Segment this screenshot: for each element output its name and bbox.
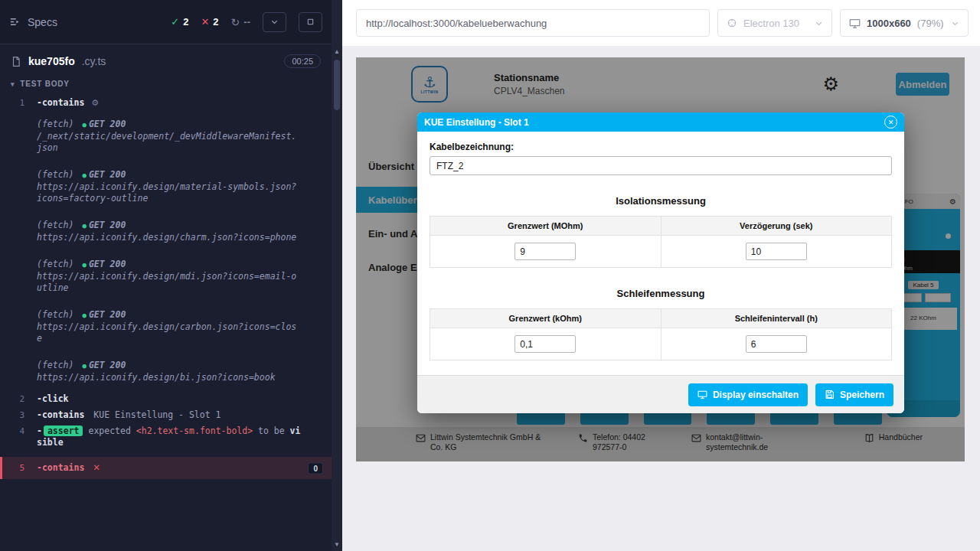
spec-extension: .cy.ts: [82, 55, 106, 67]
count-badge: 0: [308, 462, 323, 474]
browser-label: Electron 130: [743, 18, 799, 29]
cross-icon: ✕: [201, 16, 209, 28]
runner-main-pane: Electron 130 1000x660 (79%) ⚓ LITTWIN: [342, 0, 980, 551]
scrollbar-thumb[interactable]: [334, 60, 340, 110]
specs-button[interactable]: Specs: [9, 16, 57, 28]
status-dot: ●: [82, 171, 86, 179]
stop-icon: [306, 18, 315, 26]
line-number: [0, 354, 37, 389]
app-stage: ⚓ LITTWIN Stationsname CPLV4_Maschen ⚙ A…: [342, 46, 980, 551]
failed-stat: ✕ 2: [201, 16, 218, 28]
line-number: 4: [0, 425, 37, 448]
browser-selector[interactable]: Electron 130: [717, 9, 832, 37]
cypress-sidebar: Specs ✓ 2 ✕ 2 ↻ --: [0, 0, 332, 551]
line-number: [0, 164, 37, 210]
command-argument: KUE Einstellung - Slot 1: [93, 409, 220, 420]
spec-duration: 00:25: [284, 54, 321, 68]
network-log-entry: (fetch)●GET 200https://api.iconify.desig…: [37, 309, 302, 344]
passed-count: 2: [183, 16, 188, 28]
command-text: -contains⚙: [37, 97, 302, 109]
test-body-toggle[interactable]: ▾ TEST BODY: [0, 76, 332, 95]
network-log-entry: (fetch)●GET 200https://api.iconify.desig…: [37, 259, 302, 294]
close-icon[interactable]: ✕: [884, 116, 897, 129]
gear-icon: ⚙: [91, 98, 99, 108]
browser-icon: [727, 18, 737, 28]
network-log-entry: (fetch)●GET 200/_next/static/development…: [37, 119, 302, 154]
status-dot: ●: [82, 222, 86, 230]
isolation-heading: Isolationsmessung: [430, 195, 892, 207]
loop-limit-input[interactable]: [514, 335, 576, 353]
status-dot: ●: [82, 362, 86, 370]
stop-button[interactable]: [299, 12, 322, 32]
pending-stat: ↻ --: [231, 16, 250, 28]
command-log-entry[interactable]: 1-contains⚙: [0, 95, 332, 111]
command-log-entry[interactable]: (fetch)●GET 200https://api.iconify.desig…: [0, 161, 332, 212]
command-log-entry[interactable]: 2-click: [0, 391, 332, 407]
test-stats: ✓ 2 ✕ 2 ↻ --: [164, 12, 322, 32]
status-dot: ●: [82, 121, 86, 129]
chevron-down-icon: [270, 18, 279, 26]
line-number: 3: [0, 409, 37, 421]
network-log-entry: (fetch)●GET 200https://api.iconify.desig…: [37, 220, 302, 243]
cross-icon: ✕: [93, 462, 100, 473]
passed-stat: ✓ 2: [171, 16, 188, 28]
sidebar-scrollbar[interactable]: ▲ ▼: [332, 0, 342, 551]
line-number: [0, 304, 37, 350]
specs-menu-icon: [9, 16, 21, 28]
command-log-entry[interactable]: 05-contains✕: [0, 457, 332, 479]
command-log-entry[interactable]: (fetch)●GET 200https://api.iconify.desig…: [0, 212, 332, 251]
display-button-label: Display einschalten: [713, 390, 799, 400]
modal-title: KUE Einstellung - Slot 1: [424, 117, 529, 128]
iso-delay-input[interactable]: [746, 243, 807, 260]
spec-file-row[interactable]: kue705fo .cy.ts 00:25: [0, 44, 332, 76]
check-icon: ✓: [171, 16, 179, 28]
kue-settings-modal: KUE Einstellung - Slot 1 ✕ Kabelbezeichn…: [417, 112, 904, 413]
spec-name: kue705fo: [28, 55, 75, 67]
modal-body: Kabelbezeichnung: Isolationsmessung Gren…: [417, 132, 904, 375]
command-log: 1-contains⚙(fetch)●GET 200/_next/static/…: [0, 95, 332, 479]
command-log-entry[interactable]: 4-assertexpected <h2.text-sm.font-bold> …: [0, 423, 332, 451]
viewport-selector[interactable]: 1000x660 (79%): [840, 9, 969, 37]
line-number: 5: [2, 462, 37, 474]
loop-interval-input[interactable]: [746, 335, 807, 353]
assert-badge: assert: [44, 425, 83, 436]
pending-count: --: [243, 16, 250, 28]
specs-label: Specs: [28, 16, 57, 28]
network-log-entry: (fetch)●GET 200https://api.iconify.desig…: [37, 169, 302, 204]
command-log-entry[interactable]: (fetch)●GET 200https://api.iconify.desig…: [0, 251, 332, 302]
chevron-down-icon: [951, 19, 959, 28]
chevron-down-icon: ▾: [11, 80, 15, 88]
collapse-button[interactable]: [263, 12, 286, 32]
failed-count: 2: [213, 16, 218, 28]
display-on-button[interactable]: Display einschalten: [688, 383, 808, 406]
url-input[interactable]: [356, 9, 710, 37]
column-header: Grenzwert (kOhm): [430, 309, 662, 328]
cable-name-input[interactable]: [430, 156, 892, 175]
save-button[interactable]: Speichern: [815, 383, 893, 406]
command-log-entry[interactable]: 3-containsKUE Einstellung - Slot 1: [0, 407, 332, 423]
command-log-entry[interactable]: (fetch)●GET 200https://api.iconify.desig…: [0, 352, 332, 391]
modal-footer: Display einschalten Speichern: [417, 375, 904, 413]
command-log-entry[interactable]: (fetch)●GET 200https://api.iconify.desig…: [0, 302, 332, 352]
assert-text: -assertexpected <h2.text-sm.font-bold> t…: [37, 425, 302, 448]
loop-table: Grenzwert (kOhm) Schleifenintervall (h): [430, 308, 892, 360]
iso-limit-input[interactable]: [514, 243, 576, 260]
app-under-test: ⚓ LITTWIN Stationsname CPLV4_Maschen ⚙ A…: [356, 57, 965, 461]
spec-file-icon: [11, 56, 21, 67]
line-number: [0, 253, 37, 299]
line-number: [0, 113, 37, 159]
scroll-down-icon[interactable]: ▼: [332, 539, 342, 549]
modal-titlebar: KUE Einstellung - Slot 1 ✕: [417, 112, 904, 132]
status-dot: ●: [82, 261, 86, 269]
url-toolbar: Electron 130 1000x660 (79%): [342, 0, 980, 46]
status-dot: ●: [82, 311, 86, 319]
viewport-size: 1000x660: [867, 18, 911, 29]
floppy-save-icon: [825, 390, 835, 399]
scroll-up-icon[interactable]: ▲: [332, 46, 342, 57]
command-log-entry[interactable]: (fetch)●GET 200/_next/static/development…: [0, 111, 332, 161]
refresh-icon: ↻: [231, 16, 240, 28]
isolation-table: Grenzwert (MOhm) Verzögerung (sek): [430, 216, 892, 268]
line-number: 2: [0, 393, 37, 405]
runner-header: Specs ✓ 2 ✕ 2 ↻ --: [0, 0, 332, 44]
command-text: -containsKUE Einstellung - Slot 1: [37, 409, 302, 421]
